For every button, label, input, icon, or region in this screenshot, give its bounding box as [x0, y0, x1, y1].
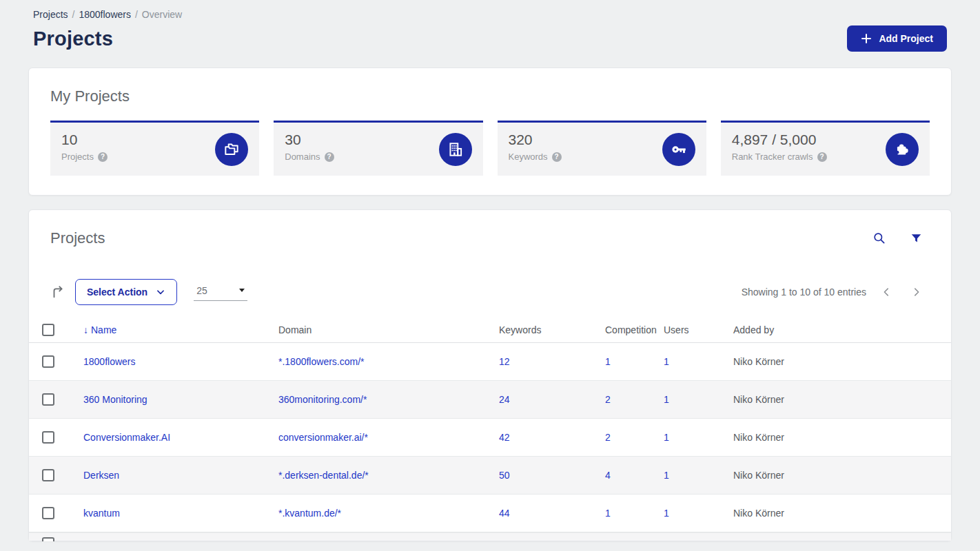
projects-table-title: Projects	[50, 229, 105, 247]
row-checkbox[interactable]	[42, 469, 54, 481]
column-header-competition[interactable]: Competition	[605, 324, 664, 335]
users-count[interactable]: 1	[664, 432, 669, 443]
column-header-keywords[interactable]: Keywords	[499, 324, 605, 335]
row-checkbox[interactable]	[42, 537, 54, 541]
breadcrumb-separator: /	[135, 9, 138, 20]
stat-domains: 30 Domains ?	[274, 121, 482, 176]
table-row: Derksen *.derksen-dental.de/* 50 4 1 Nik…	[29, 457, 951, 495]
competition-count[interactable]: 4	[605, 470, 611, 481]
previous-page-button[interactable]	[880, 286, 892, 298]
keywords-count[interactable]: 42	[499, 432, 510, 443]
stat-keywords: 320 Keywords ?	[498, 121, 706, 176]
stat-projects-label: Projects	[61, 152, 94, 162]
project-domain-link[interactable]: *.kvantum.de/*	[278, 508, 341, 519]
project-name-link[interactable]: kvantum	[83, 508, 120, 519]
filter-button[interactable]	[910, 232, 923, 245]
project-domain-link[interactable]: 360monitoring.com/*	[278, 394, 367, 405]
project-name-link[interactable]: 1800flowers	[83, 356, 136, 367]
projects-table-card: Projects	[28, 209, 952, 541]
table-header-row: ↓ Name Domain Keywords Competition Users…	[29, 318, 951, 343]
sort-descending-icon: ↓	[83, 324, 88, 335]
search-icon	[872, 231, 886, 245]
page-size-value: 25	[196, 285, 207, 296]
column-header-added-by[interactable]: Added by	[733, 324, 870, 335]
stat-rank-tracker: 4,897 / 5,000 Rank Tracker crawls ?	[721, 121, 930, 176]
breadcrumb-projects[interactable]: Projects	[33, 9, 68, 20]
added-by-value: Niko Körner	[733, 432, 870, 443]
plus-icon	[861, 33, 872, 44]
page-size-select[interactable]: 25	[194, 284, 247, 301]
select-all-checkbox[interactable]	[42, 324, 54, 336]
next-page-button[interactable]	[910, 286, 923, 298]
column-header-domain[interactable]: Domain	[278, 324, 499, 335]
projects-folders-icon	[215, 133, 248, 166]
add-project-button[interactable]: Add Project	[847, 25, 947, 52]
project-domain-link[interactable]: conversionmaker.ai/*	[278, 432, 368, 443]
keywords-count[interactable]: 12	[499, 356, 510, 367]
help-icon[interactable]: ?	[552, 152, 562, 162]
table-row: 360 Monitoring 360monitoring.com/* 24 2 …	[29, 381, 951, 419]
page-title: Projects	[33, 28, 113, 50]
select-caret-icon	[239, 289, 245, 292]
column-header-name[interactable]: ↓ Name	[83, 324, 278, 335]
row-checkbox[interactable]	[42, 393, 54, 406]
my-projects-title: My Projects	[50, 87, 930, 105]
project-domain-link[interactable]: *.derksen-dental.de/*	[278, 470, 369, 481]
competition-count[interactable]: 2	[605, 432, 611, 443]
stat-domains-label: Domains	[285, 152, 320, 162]
added-by-value: Niko Körner	[733, 470, 870, 481]
showing-entries-text: Showing 1 to 10 of 10 entries	[742, 287, 866, 298]
chevron-right-icon	[910, 286, 923, 298]
keywords-count[interactable]: 24	[499, 394, 510, 405]
table-row: 1800flowers *.1800flowers.com/* 12 1 1 N…	[29, 343, 951, 381]
table-row: Conversionmaker.AI conversionmaker.ai/* …	[29, 419, 951, 457]
breadcrumb-separator: /	[72, 9, 75, 20]
puzzle-icon	[886, 133, 919, 166]
building-icon	[439, 133, 472, 166]
breadcrumb-overview: Overview	[142, 9, 182, 20]
chevron-down-icon	[156, 287, 165, 297]
chevron-left-icon	[880, 286, 892, 298]
column-header-users[interactable]: Users	[664, 324, 733, 335]
users-count[interactable]: 1	[664, 356, 669, 367]
select-action-label: Select Action	[87, 287, 147, 298]
help-icon[interactable]: ?	[325, 152, 334, 162]
added-by-value: Niko Körner	[733, 394, 870, 405]
added-by-value: Niko Körner	[733, 356, 870, 367]
competition-count[interactable]: 1	[605, 508, 611, 519]
users-count[interactable]: 1	[664, 394, 669, 405]
breadcrumb-1800flowers[interactable]: 1800flowers	[79, 9, 131, 20]
users-count[interactable]: 1	[664, 470, 669, 481]
added-by-value: Niko Körner	[733, 508, 870, 519]
help-icon[interactable]: ?	[98, 152, 108, 162]
project-name-link[interactable]: 360 Monitoring	[83, 394, 147, 405]
my-projects-card: My Projects 10 Projects ?	[28, 67, 952, 196]
competition-count[interactable]: 2	[605, 394, 611, 405]
key-icon	[662, 133, 695, 166]
keywords-count[interactable]: 44	[499, 508, 510, 519]
competition-count[interactable]: 1	[605, 356, 611, 367]
search-button[interactable]	[872, 231, 886, 245]
project-name-link[interactable]: Derksen	[83, 470, 119, 481]
table-row-partial	[29, 532, 951, 541]
add-project-label: Add Project	[879, 33, 933, 44]
project-name-link[interactable]: Conversionmaker.AI	[83, 432, 170, 443]
project-domain-link[interactable]: *.1800flowers.com/*	[278, 356, 365, 367]
table-row: kvantum *.kvantum.de/* 44 1 1 Niko Körne…	[29, 495, 951, 532]
stat-projects: 10 Projects ?	[50, 121, 259, 176]
row-checkbox[interactable]	[42, 355, 54, 368]
stat-rank-tracker-label: Rank Tracker crawls	[732, 152, 813, 162]
filter-icon	[910, 232, 923, 245]
breadcrumb: Projects/1800flowers/Overview	[28, 0, 952, 20]
export-arrow-icon[interactable]	[50, 284, 65, 300]
select-action-dropdown[interactable]: Select Action	[75, 279, 177, 305]
stat-keywords-label: Keywords	[509, 152, 548, 162]
row-checkbox[interactable]	[42, 507, 54, 519]
help-icon[interactable]: ?	[817, 152, 827, 162]
keywords-count[interactable]: 50	[499, 470, 510, 481]
row-checkbox[interactable]	[42, 431, 54, 444]
users-count[interactable]: 1	[664, 508, 669, 519]
